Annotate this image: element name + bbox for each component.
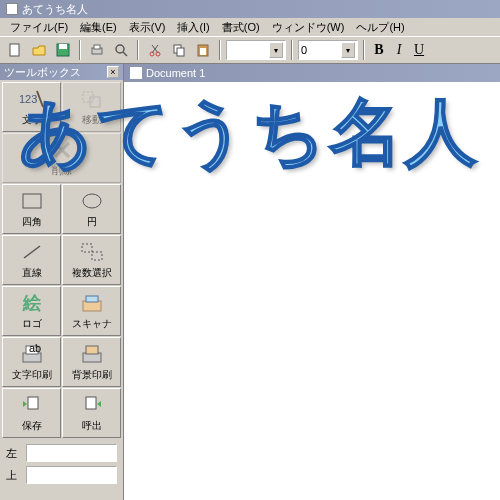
new-button[interactable] — [4, 39, 26, 61]
separator — [291, 40, 293, 60]
bold-button[interactable]: B — [370, 40, 388, 60]
logo-icon: 絵 — [18, 291, 46, 315]
square-icon — [18, 189, 46, 213]
separator — [137, 40, 139, 60]
menu-window[interactable]: ウィンドウ(W) — [266, 19, 351, 36]
tool-text[interactable]: 123文字 — [2, 82, 61, 132]
toolbar: ▾ 0▾ B I U — [0, 36, 500, 64]
svg-text:123: 123 — [19, 93, 37, 105]
tool-delete[interactable]: 削除 — [2, 133, 121, 183]
move-icon — [78, 87, 106, 111]
document-icon — [130, 67, 142, 79]
svg-rect-27 — [86, 346, 98, 354]
workspace: ツールボックス × 123文字 移動 削除 四角 円 直線 複数選択 絵ロゴ ス… — [0, 64, 500, 500]
tool-multiselect[interactable]: 複数選択 — [62, 235, 121, 285]
tool-textprint[interactable]: ab文字印刷 — [2, 337, 61, 387]
svg-line-18 — [24, 246, 40, 258]
chevron-down-icon: ▾ — [269, 42, 283, 58]
document-title: Document 1 — [146, 67, 205, 79]
tool-logo[interactable]: 絵ロゴ — [2, 286, 61, 336]
toolbox-footer: 左 上 — [0, 440, 123, 488]
menu-edit[interactable]: 編集(E) — [74, 19, 123, 36]
app-title: あてうち名人 — [22, 2, 88, 17]
italic-button[interactable]: I — [390, 40, 408, 60]
cut-button[interactable] — [144, 39, 166, 61]
paste-button[interactable] — [192, 39, 214, 61]
separator — [219, 40, 221, 60]
line-icon — [18, 240, 46, 264]
svg-rect-28 — [28, 397, 38, 409]
svg-rect-20 — [92, 252, 102, 260]
tool-save[interactable]: 保存 — [2, 388, 61, 438]
underline-button[interactable]: U — [410, 40, 428, 60]
separator — [363, 40, 365, 60]
top-input[interactable] — [26, 466, 117, 484]
svg-line-6 — [123, 52, 127, 56]
svg-point-5 — [116, 45, 124, 53]
separator — [79, 40, 81, 60]
svg-rect-16 — [23, 194, 41, 208]
bgprint-icon — [78, 342, 106, 366]
toolbox-title: ツールボックス — [4, 65, 81, 80]
toolbox-grid: 123文字 移動 削除 四角 円 直線 複数選択 絵ロゴ スキャナ ab文字印刷… — [0, 80, 123, 440]
menu-help[interactable]: ヘルプ(H) — [350, 19, 410, 36]
multiselect-icon — [78, 240, 106, 264]
textprint-icon: ab — [18, 342, 46, 366]
tool-load[interactable]: 呼出 — [62, 388, 121, 438]
top-label: 上 — [6, 468, 22, 483]
svg-rect-4 — [94, 45, 100, 49]
svg-rect-10 — [177, 48, 184, 56]
tool-bgprint[interactable]: 背景印刷 — [62, 337, 121, 387]
size-combo[interactable]: 0▾ — [298, 40, 358, 60]
font-combo[interactable]: ▾ — [226, 40, 286, 60]
toolbox-panel: ツールボックス × 123文字 移動 削除 四角 円 直線 複数選択 絵ロゴ ス… — [0, 64, 124, 500]
svg-rect-22 — [86, 296, 98, 302]
app-icon — [6, 3, 18, 15]
tool-rect[interactable]: 四角 — [2, 184, 61, 234]
delete-icon — [48, 138, 76, 162]
print-button[interactable] — [86, 39, 108, 61]
menu-format[interactable]: 書式(O) — [216, 19, 266, 36]
save-icon — [18, 393, 46, 417]
svg-rect-0 — [10, 44, 19, 56]
document-area: Document 1 — [124, 64, 500, 500]
copy-button[interactable] — [168, 39, 190, 61]
chevron-down-icon: ▾ — [341, 42, 355, 58]
left-input[interactable] — [26, 444, 117, 462]
menu-insert[interactable]: 挿入(I) — [171, 19, 215, 36]
document-canvas[interactable] — [124, 82, 500, 500]
scanner-icon — [78, 291, 106, 315]
open-button[interactable] — [28, 39, 50, 61]
svg-rect-19 — [82, 244, 92, 252]
menu-bar: ファイル(F) 編集(E) 表示(V) 挿入(I) 書式(O) ウィンドウ(W)… — [0, 18, 500, 36]
close-icon[interactable]: × — [107, 66, 119, 78]
svg-rect-29 — [86, 397, 96, 409]
save-button[interactable] — [52, 39, 74, 61]
svg-text:ab: ab — [29, 344, 41, 354]
circle-icon — [78, 189, 106, 213]
tool-line[interactable]: 直線 — [2, 235, 61, 285]
svg-rect-2 — [59, 44, 67, 49]
title-bar: あてうち名人 — [0, 0, 500, 18]
svg-rect-12 — [200, 48, 206, 55]
tool-circle[interactable]: 円 — [62, 184, 121, 234]
tool-move[interactable]: 移動 — [62, 82, 121, 132]
preview-button[interactable] — [110, 39, 132, 61]
left-label: 左 — [6, 446, 22, 461]
toolbox-title-bar: ツールボックス × — [0, 64, 123, 80]
svg-point-17 — [83, 194, 101, 208]
tool-scanner[interactable]: スキャナ — [62, 286, 121, 336]
load-icon — [78, 393, 106, 417]
menu-file[interactable]: ファイル(F) — [4, 19, 74, 36]
document-title-bar: Document 1 — [124, 64, 500, 82]
menu-view[interactable]: 表示(V) — [123, 19, 172, 36]
text-icon: 123 — [18, 87, 46, 111]
